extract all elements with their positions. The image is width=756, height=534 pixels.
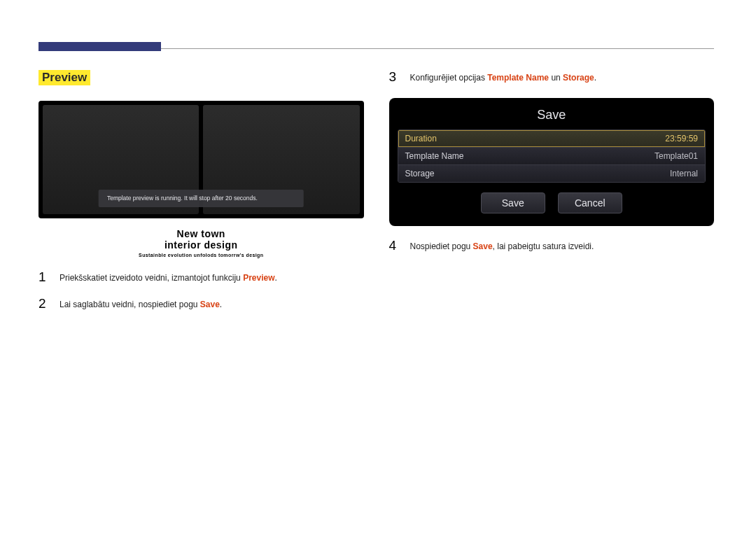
save-row-duration[interactable]: Duration 23:59:59 [398, 130, 706, 147]
save-row-storage-label: Storage [405, 169, 435, 178]
step-3-text: Konfigurējiet opcijas Template Name un S… [410, 70, 597, 84]
step-4-text-before: Nospiediet pogu [410, 241, 473, 251]
step-1: 1 Priekšskatiet izveidoto veidni, izmant… [38, 270, 364, 284]
save-button[interactable]: Save [481, 192, 545, 213]
step-1-text-after: . [275, 273, 277, 283]
preview-caption-line2: interior design [38, 239, 364, 251]
preview-caption: New town interior design Sustainble evol… [38, 228, 364, 258]
save-dialog-mock: Save Duration 23:59:59 Template Name Tem… [389, 98, 715, 226]
step-2-text-after: . [220, 300, 222, 309]
step-1-text: Priekšskatiet izveidoto veidni, izmantoj… [59, 270, 277, 284]
save-row-duration-value: 23:59:59 [665, 134, 698, 143]
step-3-highlight-1: Template Name [487, 73, 549, 83]
step-2-number: 2 [38, 297, 50, 310]
step-2-text-before: Lai saglabātu veidni, nospiediet pogu [59, 300, 200, 309]
step-3: 3 Konfigurējiet opcijas Template Name un… [389, 70, 715, 84]
header-accent-bar [38, 42, 161, 51]
save-dialog-rows: Duration 23:59:59 Template Name Template… [398, 129, 706, 183]
header-divider [161, 48, 714, 49]
step-1-number: 1 [38, 270, 50, 283]
step-2-text: Lai saglabātu veidni, nospiediet pogu Sa… [59, 297, 222, 311]
cancel-button[interactable]: Cancel [558, 192, 622, 213]
step-3-text-mid: un [549, 73, 563, 83]
save-dialog-title: Save [398, 108, 706, 122]
template-preview-mock: Template preview is running. It will sto… [38, 101, 364, 218]
save-row-template-name-label: Template Name [405, 151, 464, 161]
step-1-highlight: Preview [243, 273, 274, 283]
save-dialog-buttons: Save Cancel [398, 192, 706, 213]
save-row-storage-value: Internal [670, 169, 698, 178]
preview-toast-message: Template preview is running. It will sto… [99, 190, 304, 207]
step-3-number: 3 [389, 70, 400, 83]
step-4-highlight: Save [473, 241, 493, 251]
step-3-text-after: . [594, 73, 596, 83]
save-row-storage[interactable]: Storage Internal [398, 164, 706, 182]
step-4-number: 4 [389, 239, 400, 252]
content-columns: Preview Template preview is running. It … [38, 70, 714, 311]
save-row-template-name-value: Template01 [654, 151, 698, 161]
step-1-text-before: Priekšskatiet izveidoto veidni, izmantoj… [59, 273, 243, 283]
step-4-text: Nospiediet pogu Save, lai pabeigtu satur… [410, 239, 594, 253]
step-3-text-before: Konfigurējiet opcijas [410, 73, 488, 83]
step-2-highlight: Save [200, 300, 220, 309]
save-row-template-name[interactable]: Template Name Template01 [398, 147, 706, 164]
step-4-text-after: , lai pabeigtu satura izveidi. [493, 241, 594, 251]
step-4: 4 Nospiediet pogu Save, lai pabeigtu sat… [389, 239, 715, 253]
step-2: 2 Lai saglabātu veidni, nospiediet pogu … [38, 297, 364, 311]
save-row-duration-label: Duration [405, 134, 437, 143]
preview-caption-line1: New town [38, 228, 364, 239]
section-title-preview: Preview [38, 70, 90, 85]
right-column: 3 Konfigurējiet opcijas Template Name un… [389, 70, 715, 311]
left-column: Preview Template preview is running. It … [38, 70, 364, 311]
preview-caption-sub: Sustainble evolution unfolods tomorrw's … [38, 253, 364, 258]
step-3-highlight-2: Storage [563, 73, 594, 83]
